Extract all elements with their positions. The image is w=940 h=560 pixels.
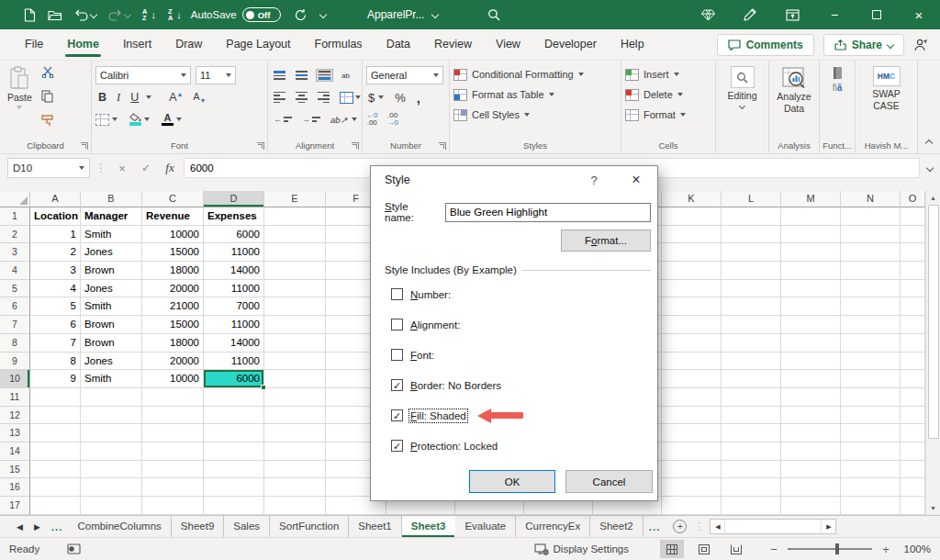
- menu-tab-draw[interactable]: Draw: [163, 29, 214, 60]
- cell-N12[interactable]: [841, 407, 901, 425]
- tab-scroll-right-icon[interactable]: ▶: [28, 522, 46, 532]
- cell-A5[interactable]: 4: [30, 280, 81, 298]
- scroll-right-icon[interactable]: ▶: [822, 523, 835, 531]
- checkbox-protection[interactable]: ✓: [391, 440, 403, 452]
- cell-B15[interactable]: [81, 461, 142, 479]
- cell-A4[interactable]: 3: [30, 262, 81, 280]
- menu-tab-developer[interactable]: Developer: [532, 29, 609, 60]
- column-header-E[interactable]: E: [264, 191, 326, 207]
- decrease-decimal-button[interactable]: .00→0: [386, 112, 397, 127]
- copy-button[interactable]: [41, 90, 54, 103]
- cell-M9[interactable]: [781, 353, 841, 371]
- cell-A7[interactable]: 6: [30, 316, 81, 334]
- merge-center-button[interactable]: [338, 91, 363, 105]
- column-header-K[interactable]: K: [662, 191, 722, 207]
- scroll-left-icon[interactable]: ◀: [711, 523, 724, 531]
- cell-N11[interactable]: [841, 388, 901, 407]
- format-as-table-button[interactable]: Format as Table: [453, 84, 617, 105]
- cell-D2[interactable]: 6000: [204, 226, 264, 244]
- cell-O7[interactable]: [901, 316, 925, 334]
- decrease-indent-button[interactable]: ←: [272, 114, 294, 125]
- cell-C6[interactable]: 21000: [142, 297, 204, 316]
- scroll-up-icon[interactable]: ▲: [930, 191, 936, 205]
- cell-L6[interactable]: [722, 297, 781, 316]
- cell-M16[interactable]: [781, 478, 841, 497]
- zoom-in-button[interactable]: +: [880, 543, 891, 556]
- search-icon[interactable]: [487, 8, 500, 21]
- cell-O13[interactable]: [901, 424, 925, 442]
- column-header-A[interactable]: A: [30, 191, 81, 207]
- bold-button[interactable]: B: [95, 91, 109, 104]
- ribbon-display-options-icon[interactable]: [771, 0, 813, 29]
- cell-E13[interactable]: [264, 424, 326, 442]
- cell-O11[interactable]: [901, 388, 925, 407]
- decrease-font-size-button[interactable]: A▼: [191, 91, 209, 104]
- row-header-17[interactable]: 17: [0, 497, 30, 515]
- cell-L14[interactable]: [722, 442, 781, 461]
- cell-O17[interactable]: [901, 497, 925, 515]
- zoom-out-button[interactable]: −: [768, 543, 779, 556]
- row-header-7[interactable]: 7: [0, 316, 30, 334]
- increase-decimal-button[interactable]: ←0.00: [366, 112, 377, 127]
- cell-K11[interactable]: [662, 388, 722, 407]
- tab-overflow-left[interactable]: ...: [46, 521, 69, 532]
- cell-B9[interactable]: Jones: [81, 353, 142, 371]
- cell-B7[interactable]: Brown: [81, 316, 142, 334]
- select-all-corner[interactable]: [0, 191, 30, 207]
- cell-D8[interactable]: 14000: [204, 334, 264, 353]
- cell-L16[interactable]: [722, 478, 781, 497]
- cell-B11[interactable]: [81, 388, 142, 407]
- font-dialog-launcher-icon[interactable]: [257, 142, 264, 150]
- cell-O1[interactable]: [901, 207, 925, 226]
- wrap-text-button[interactable]: ab: [340, 71, 352, 81]
- cell-L10[interactable]: [722, 370, 781, 388]
- ok-button[interactable]: OK: [469, 470, 555, 493]
- cell-B2[interactable]: Smith: [81, 226, 142, 244]
- cut-button[interactable]: [41, 66, 54, 78]
- font-size-select[interactable]: 11: [196, 66, 236, 84]
- cell-K12[interactable]: [662, 407, 722, 425]
- number-format-select[interactable]: General: [366, 66, 443, 84]
- enter-entry-icon[interactable]: ✓: [136, 162, 156, 174]
- cell-B6[interactable]: Smith: [81, 297, 142, 316]
- column-header-N[interactable]: N: [841, 191, 901, 207]
- cell-O10[interactable]: [901, 370, 925, 388]
- cell-C3[interactable]: 15000: [142, 243, 204, 262]
- zoom-slider[interactable]: [788, 548, 872, 550]
- scroll-down-icon[interactable]: ▼: [930, 501, 936, 515]
- menu-tab-home[interactable]: Home: [55, 29, 111, 60]
- cell-N8[interactable]: [841, 334, 901, 353]
- percent-format-button[interactable]: %: [393, 90, 408, 106]
- sheet-tab-currencyex[interactable]: CurrencyEx: [516, 516, 590, 537]
- zoom-slider-thumb[interactable]: [835, 543, 839, 554]
- row-header-2[interactable]: 2: [0, 226, 30, 244]
- cell-O15[interactable]: [901, 461, 925, 479]
- cell-E15[interactable]: [264, 461, 326, 479]
- collapse-ribbon-icon[interactable]: [925, 140, 933, 147]
- cell-E2[interactable]: [264, 226, 326, 244]
- cell-N3[interactable]: [841, 243, 901, 262]
- cell-M3[interactable]: [781, 243, 841, 262]
- cell-A16[interactable]: [30, 478, 81, 497]
- cell-E14[interactable]: [264, 442, 326, 461]
- fill-handle[interactable]: [261, 385, 266, 390]
- menu-tab-page-layout[interactable]: Page Layout: [214, 29, 302, 60]
- sheet-tab-evaluate[interactable]: Evaluate: [455, 516, 516, 537]
- cell-E8[interactable]: [264, 334, 326, 353]
- cell-D10[interactable]: 6000: [204, 370, 264, 388]
- cell-C5[interactable]: 20000: [142, 280, 204, 298]
- new-sheet-button[interactable]: +: [673, 520, 687, 533]
- cell-O14[interactable]: [901, 442, 925, 461]
- cell-A6[interactable]: 5: [30, 297, 81, 316]
- menu-tab-insert[interactable]: Insert: [111, 29, 163, 60]
- row-header-5[interactable]: 5: [0, 280, 30, 298]
- maximize-button[interactable]: [856, 0, 898, 29]
- cell-D6[interactable]: 7000: [204, 297, 264, 316]
- cell-A8[interactable]: 7: [30, 334, 81, 353]
- cell-L17[interactable]: [722, 497, 781, 515]
- cell-E10[interactable]: [264, 370, 326, 388]
- orientation-button[interactable]: ab↗: [329, 114, 359, 126]
- cell-C8[interactable]: 18000: [142, 334, 204, 353]
- cancel-entry-icon[interactable]: ×: [112, 162, 132, 175]
- format-painter-button[interactable]: [41, 115, 54, 127]
